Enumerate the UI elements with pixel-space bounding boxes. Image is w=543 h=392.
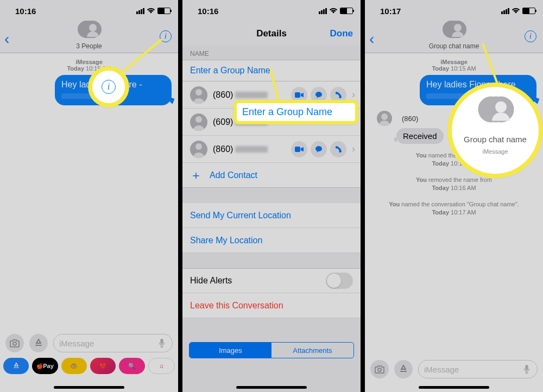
svg-point-0 [13,342,16,345]
phone-icon[interactable] [330,87,346,103]
battery-icon [157,8,171,14]
imessage-app-drawer[interactable]: 🍎Pay 🐵 ❤️ 🔍 ♫ [0,355,178,377]
panel-renamed: 10:17 ‹ Group chat name i iMessage Today… [365,0,543,392]
camera-button[interactable] [5,334,24,352]
app-store-button[interactable] [394,360,413,378]
compose-bar: iMessage [0,331,178,355]
status-bar: 10:17 [365,0,543,22]
contact-number: (860) [213,90,291,100]
status-bar: 10:16 [0,0,178,22]
hide-alerts-toggle[interactable] [326,273,353,289]
svg-point-3 [315,92,322,97]
system-message: You removed the name from Today 10:16 AM [371,176,536,193]
header-subtitle: 3 People [76,42,102,50]
cell-signal-icon [136,7,144,16]
message-input[interactable]: iMessage [53,334,173,352]
segment-images[interactable]: Images [190,343,272,358]
camera-button[interactable] [370,360,389,378]
leave-conversation-button[interactable]: Leave this Conversation [182,293,361,318]
share-location-button[interactable]: Share My Location [182,228,361,253]
contact-number: (860) [213,144,291,154]
svg-rect-2 [295,92,300,98]
message-timestamp: iMessage Today 10:15 AM [7,59,172,72]
app-store-button[interactable] [29,334,48,352]
segment-attachments[interactable]: Attachments [272,343,353,358]
contact-row[interactable]: (860) › [182,136,361,163]
back-button[interactable]: ‹ [4,30,9,48]
svg-point-6 [378,368,381,371]
message-timestamp: iMessage Today 10:15 AM [371,59,536,72]
message-icon[interactable] [311,87,327,103]
header-subtitle: Group chat name [429,42,479,50]
cell-signal-icon [501,7,509,16]
svg-point-5 [315,146,322,151]
group-avatar-icon[interactable] [78,21,100,43]
conversation-header: ‹ Group chat name i [365,22,543,53]
plus-icon: ＋ [190,167,202,184]
home-indicator[interactable] [419,386,489,389]
wifi-icon [147,8,155,14]
hide-alerts-row: Hide Alerts [182,268,361,293]
callout-group-name-input: Enter a Group Name [237,103,355,121]
compose-bar: iMessage [365,357,543,381]
callout-group-name-header: Group chat name iMessage [452,87,539,174]
home-indicator[interactable] [54,386,124,389]
clock: 10:17 [380,7,401,16]
contact-avatar-icon [377,111,392,126]
panel-messages: 10:16 ‹ 3 People i iMessage Today 10:15 … [0,0,178,392]
facetime-video-icon[interactable] [291,141,307,157]
apple-pay-pill[interactable]: 🍎Pay [32,358,58,374]
panel-details: 10:16 Details Done NAME Enter a Group Na… [182,0,361,392]
add-contact-button[interactable]: ＋ Add Contact [182,163,361,188]
status-bar: 10:16 [182,0,361,22]
group-avatar-icon[interactable] [443,21,465,43]
chevron-right-icon: › [352,89,355,100]
digital-touch-pill[interactable]: ❤️ [90,358,116,374]
dictate-icon[interactable] [522,364,532,374]
back-button[interactable]: ‹ [369,30,374,48]
conversation-body[interactable]: iMessage Today 10:15 AM Hey ladi Fiona h… [0,53,178,105]
wifi-icon [329,8,338,14]
app-store-pill[interactable] [3,358,29,374]
attachments-segmented-control[interactable]: Images Attachments [189,342,354,358]
clock: 10:16 [15,7,36,16]
svg-rect-1 [160,339,163,344]
contact-avatar-icon [190,141,207,158]
send-location-button[interactable]: Send My Current Location [182,203,361,228]
facetime-video-icon[interactable] [291,87,307,103]
battery-icon [340,8,353,14]
dictate-icon[interactable] [157,338,167,348]
clock: 10:16 [198,7,218,16]
cell-signal-icon [318,7,327,16]
done-button[interactable]: Done [330,28,353,39]
message-icon[interactable] [311,141,327,157]
animoji-pill[interactable]: 🐵 [61,358,87,374]
chevron-right-icon: › [352,143,355,155]
contact-avatar-icon [190,86,207,104]
callout-info-button: i [92,71,125,103]
music-pill[interactable]: ♫ [148,358,175,374]
message-input[interactable]: iMessage [418,360,538,378]
contact-avatar-icon [190,113,207,131]
phone-icon[interactable] [330,141,346,157]
section-label-name: NAME [182,46,361,60]
battery-icon [522,8,535,14]
received-message-bubble[interactable]: Received [396,128,444,144]
details-nav-bar: Details Done [182,22,361,46]
images-pill[interactable]: 🔍 [119,358,144,374]
svg-rect-7 [525,365,528,370]
wifi-icon [512,8,520,14]
nav-title: Details [256,28,287,39]
svg-rect-4 [295,147,300,152]
home-indicator[interactable] [236,386,307,389]
system-message: You named the conversation "Group chat n… [371,200,536,217]
contact-number: (860) [402,115,418,123]
info-button[interactable]: i [525,30,536,42]
